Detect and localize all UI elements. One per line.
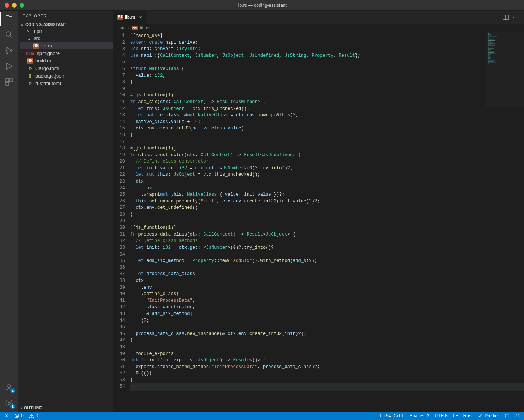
window-zoom-button[interactable] <box>20 3 24 8</box>
json-file-icon: {} <box>27 73 33 79</box>
svg-point-2 <box>6 47 8 49</box>
code-content[interactable]: #[macro_use]extern crate napi_derive;use… <box>130 32 524 412</box>
window-minimize-button[interactable] <box>12 3 17 8</box>
remote-indicator[interactable] <box>4 413 9 418</box>
chevron-down-icon: ⌄ <box>20 22 24 27</box>
npm-file-icon: npm <box>27 50 33 56</box>
toml-file-icon: ⚙ <box>27 80 33 86</box>
window-title: lib.rs — coding-assistant <box>0 3 524 8</box>
svg-point-0 <box>6 32 11 36</box>
tree-folder-npm[interactable]: › npm <box>20 27 113 35</box>
explorer-icon[interactable] <box>5 14 14 23</box>
rust-file-icon: RS <box>117 15 123 20</box>
split-editor-icon[interactable] <box>503 14 509 20</box>
status-prettier[interactable]: Prettier <box>478 413 499 418</box>
tree-file-rustfmttoml[interactable]: ⚙ rustfmt.toml <box>20 79 113 87</box>
status-feedback-icon[interactable] <box>504 413 510 418</box>
status-eol[interactable]: LF <box>453 413 458 418</box>
project-folder-header[interactable]: ⌄ CODING-ASSISTANT <box>18 21 113 27</box>
svg-rect-17 <box>505 414 509 417</box>
source-control-icon[interactable] <box>5 46 14 55</box>
rust-file-icon: RS <box>132 26 138 30</box>
svg-point-4 <box>11 50 12 52</box>
chevron-down-icon: ⌄ <box>27 35 32 41</box>
svg-rect-7 <box>6 82 9 85</box>
svg-line-1 <box>10 36 12 38</box>
breadcrumb[interactable]: src › RS lib.rs <box>113 24 524 32</box>
minimap[interactable]: ████████████████████████████████████████… <box>486 32 524 107</box>
extensions-icon[interactable] <box>5 78 14 87</box>
editor-area: RS lib.rs × ··· src › RS lib.rs 12345678… <box>113 11 524 412</box>
titlebar: lib.rs — coding-assistant <box>0 0 524 11</box>
run-debug-icon[interactable] <box>5 62 14 71</box>
outline-section[interactable]: › OUTLINE <box>18 404 113 412</box>
svg-point-16 <box>31 417 32 417</box>
status-language[interactable]: Rust <box>463 413 473 418</box>
tree-folder-src[interactable]: ⌄ src <box>20 35 113 42</box>
svg-point-3 <box>6 52 8 54</box>
status-line-col[interactable]: Ln 54, Col 1 <box>380 413 404 418</box>
chevron-right-icon: › <box>21 406 23 410</box>
editor-more-icon[interactable]: ··· <box>513 14 519 20</box>
toml-file-icon: ⚙ <box>27 65 33 71</box>
tree-file-librs[interactable]: RS lib.rs <box>20 42 113 49</box>
svg-point-8 <box>8 385 11 388</box>
rust-file-icon: RS <box>27 58 33 64</box>
close-tab-icon[interactable]: × <box>139 14 142 20</box>
svg-rect-6 <box>9 79 12 82</box>
sidebar-title: EXPLORER <box>23 14 47 18</box>
tree-file-npmignore[interactable]: npm .npmignore <box>20 49 113 57</box>
settings-gear-icon[interactable]: 1 <box>5 399 14 408</box>
svg-point-9 <box>8 402 10 405</box>
project-name: CODING-ASSISTANT <box>25 22 66 27</box>
accounts-icon[interactable]: 1 <box>5 383 14 392</box>
tab-label: lib.rs <box>125 14 135 20</box>
chevron-right-icon: › <box>27 28 32 34</box>
status-spaces[interactable]: Spaces: 2 <box>409 413 429 418</box>
status-bell-icon[interactable] <box>515 413 520 418</box>
tab-librs[interactable]: RS lib.rs × <box>113 11 147 24</box>
status-errors[interactable]: 0 <box>14 413 24 418</box>
status-warnings[interactable]: 0 <box>29 413 38 418</box>
settings-badge: 1 <box>10 404 15 409</box>
rust-file-icon: RS <box>33 43 39 49</box>
svg-rect-5 <box>6 79 9 82</box>
file-tree: › npm ⌄ src RS lib.rs npm .npmignore RS … <box>18 27 113 87</box>
chevron-right-icon: › <box>128 25 129 30</box>
line-gutter: 1234567891011121314151617181920212223242… <box>113 32 130 412</box>
breadcrumb-item[interactable]: src <box>120 25 126 30</box>
sidebar-more-icon[interactable]: ··· <box>103 14 108 18</box>
search-icon[interactable] <box>5 30 14 39</box>
code-editor[interactable]: 1234567891011121314151617181920212223242… <box>113 32 524 412</box>
sidebar: EXPLORER ··· ⌄ CODING-ASSISTANT › npm ⌄ … <box>18 11 113 412</box>
status-encoding[interactable]: UTF-8 <box>435 413 448 418</box>
tab-bar: RS lib.rs × ··· <box>113 11 524 24</box>
breadcrumb-item[interactable]: lib.rs <box>140 25 150 30</box>
tree-file-buildrs[interactable]: RS build.rs <box>20 57 113 64</box>
window-close-button[interactable] <box>5 3 9 8</box>
tree-file-cargotoml[interactable]: ⚙ Cargo.toml <box>20 64 113 72</box>
activity-bar: 1 1 <box>0 11 18 412</box>
status-bar: 0 0 Ln 54, Col 1 Spaces: 2 UTF-8 LF Rust… <box>0 412 524 420</box>
tree-file-packagejson[interactable]: {} package.json <box>20 72 113 79</box>
accounts-badge: 1 <box>10 388 15 393</box>
